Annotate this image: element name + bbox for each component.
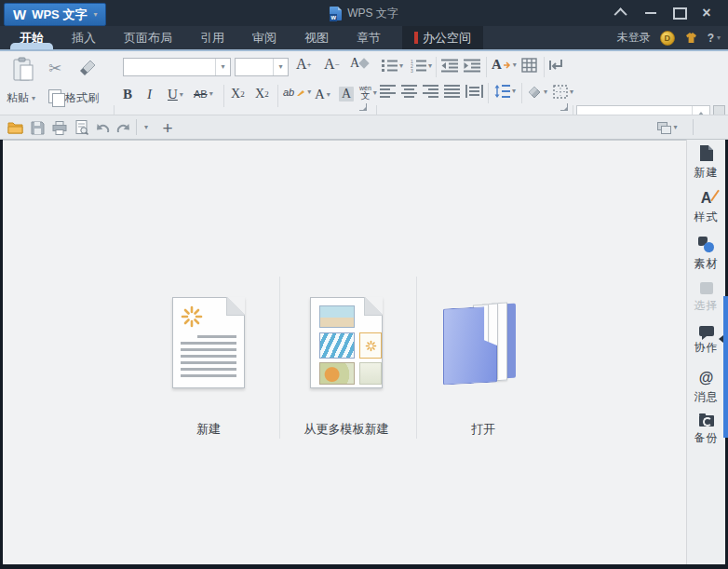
triangle-left-icon <box>719 335 723 343</box>
right-sidebar: 新建 A 样式 素材 选择 协作 @ 消息 备份 <box>686 140 725 564</box>
align-left-button[interactable] <box>380 85 396 98</box>
format-painter-icon <box>78 57 99 77</box>
font-name-combo[interactable]: ▾ <box>123 58 231 76</box>
login-status[interactable]: 未登录 <box>617 30 651 46</box>
borders-button[interactable]: ▾ <box>553 85 573 99</box>
bullet-list-button[interactable]: ▾ <box>382 59 403 73</box>
sidebar-item-styles[interactable]: A 样式 <box>687 191 725 225</box>
minimize-button[interactable] <box>639 5 663 21</box>
subscript-button[interactable]: X2 <box>255 87 269 102</box>
tab-insert[interactable]: 插入 <box>58 26 110 49</box>
text-direction-button[interactable]: A ▾ <box>492 57 517 73</box>
new-page-icon <box>700 145 713 161</box>
wps-logo-icon: W <box>13 7 25 22</box>
grow-font-button[interactable]: A+ <box>296 56 312 73</box>
customize-toolbar-button[interactable]: ▾ <box>140 118 153 137</box>
numbered-list-button[interactable]: 123 ▾ <box>411 59 432 73</box>
justify-button[interactable] <box>444 85 460 98</box>
tab-home[interactable]: 开始 <box>6 26 58 49</box>
cut-button[interactable]: ✂ <box>48 59 61 78</box>
distribute-button[interactable] <box>465 85 483 98</box>
font-dialog-launcher[interactable] <box>359 103 367 111</box>
align-center-button[interactable] <box>401 85 417 98</box>
chevron-up-icon <box>614 7 627 20</box>
maximize-button[interactable] <box>667 5 692 21</box>
redo-button[interactable] <box>114 118 132 137</box>
divider <box>436 57 437 77</box>
insert-table-button[interactable] <box>521 58 537 73</box>
new-document-button[interactable]: 新建 <box>142 277 275 440</box>
chevron-down-icon: ▾ <box>512 88 516 95</box>
superscript-button[interactable]: X2 <box>231 87 245 102</box>
tab-office-space[interactable]: 办公空间 <box>402 26 483 49</box>
template-thumbnail-flowers <box>319 362 355 385</box>
launcher-label: 新建 <box>196 421 221 438</box>
font-color-button[interactable]: A ▾ <box>315 87 330 102</box>
app-menu-button[interactable]: W WPS 文字 ▾ <box>4 3 106 26</box>
increase-indent-button[interactable] <box>464 59 480 73</box>
align-right-button[interactable] <box>423 85 438 98</box>
tab-references[interactable]: 引用 <box>186 26 238 49</box>
maximize-icon <box>673 7 687 20</box>
format-painter-button[interactable]: 格式刷 <box>65 90 99 106</box>
phonetic-guide-button[interactable]: wén 文 ▾ <box>359 85 377 101</box>
clear-format-button[interactable]: A <box>350 56 368 71</box>
switch-window-button[interactable]: ▾ <box>652 118 683 137</box>
open-document-button[interactable]: 打开 <box>417 277 549 440</box>
help-button[interactable]: ? ▾ <box>708 32 721 45</box>
eraser-icon <box>358 58 369 68</box>
sidebar-item-materials[interactable]: 素材 <box>687 237 725 272</box>
italic-button[interactable]: I <box>147 87 152 102</box>
skin-icon[interactable] <box>684 32 698 44</box>
font-size-combo[interactable]: ▾ <box>235 58 289 76</box>
tab-view[interactable]: 视图 <box>290 26 343 49</box>
new-from-template-button[interactable]: 从更多模板新建 <box>280 277 412 440</box>
at-sign-icon: @ <box>699 371 714 386</box>
undo-button[interactable] <box>93 118 112 137</box>
sidebar-item-backup[interactable]: 备份 <box>687 415 725 446</box>
copy-button[interactable] <box>48 89 61 103</box>
divider <box>223 85 224 107</box>
new-document-icon <box>172 297 245 388</box>
speech-bubble-icon <box>699 326 714 336</box>
divider <box>544 57 545 77</box>
open-button[interactable] <box>6 118 24 137</box>
chevron-down-icon[interactable]: ▾ <box>273 59 288 75</box>
chevron-down-icon[interactable]: ▾ <box>215 59 230 75</box>
collapse-window-button[interactable] <box>610 5 634 21</box>
underline-button[interactable]: U ▾ <box>168 87 183 102</box>
line-spacing-button[interactable]: ▾ <box>494 85 516 98</box>
sidebar-item-messages[interactable]: @ 消息 <box>687 371 725 405</box>
select-icon <box>700 282 713 294</box>
shrink-font-button[interactable]: A− <box>324 56 340 73</box>
new-tab-button[interactable]: + <box>158 118 177 137</box>
char-shading-button[interactable]: A <box>339 87 354 102</box>
tab-section[interactable]: 章节 <box>343 26 395 49</box>
sidebar-edge-strip[interactable] <box>723 296 728 438</box>
close-button[interactable]: × <box>694 5 719 21</box>
print-preview-button[interactable] <box>73 118 91 137</box>
tab-review[interactable]: 审阅 <box>238 26 290 49</box>
divider <box>486 57 487 77</box>
save-button[interactable] <box>28 118 47 137</box>
divider <box>136 119 137 135</box>
decrease-indent-button[interactable] <box>441 59 458 73</box>
materials-icon <box>698 237 714 252</box>
wps-coin-icon[interactable]: D <box>660 31 675 46</box>
divider <box>693 119 694 135</box>
strikethrough-button[interactable]: AB ▾ <box>194 88 213 100</box>
paste-button[interactable] <box>13 57 34 81</box>
print-button[interactable] <box>50 118 69 137</box>
sidebar-item-new[interactable]: 新建 <box>687 145 725 181</box>
paste-label-button[interactable]: 粘贴 ▾ <box>7 90 35 106</box>
chevron-down-icon: ▾ <box>399 62 403 70</box>
show-marks-button[interactable] <box>549 58 564 73</box>
launcher-label: 打开 <box>471 421 495 438</box>
bold-button[interactable]: B <box>123 87 132 102</box>
highlight-button[interactable]: ab ▾ <box>283 87 311 98</box>
account-area: 未登录 D ? ▾ <box>617 26 721 49</box>
copy-icon <box>52 93 65 107</box>
paragraph-dialog-launcher[interactable] <box>560 103 568 111</box>
tab-page-layout[interactable]: 页面布局 <box>110 26 186 49</box>
shading-button[interactable]: ▾ <box>527 85 547 99</box>
